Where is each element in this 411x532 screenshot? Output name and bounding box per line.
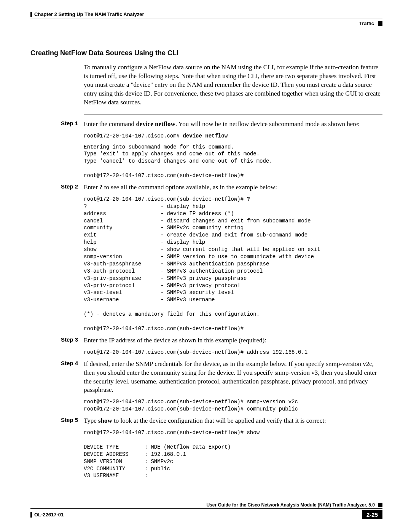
step-text: Enter the IP address of the device as sh… <box>84 336 382 345</box>
intro-paragraph: To manually configure a NetFlow data sou… <box>84 63 382 107</box>
page-number: 2-25 <box>362 510 382 519</box>
section-label: Traffic <box>359 21 374 26</box>
step-text-b: to see all the command options available… <box>103 184 277 191</box>
step-2: Step 2 Enter ? to see all the command op… <box>30 183 382 192</box>
step-separator <box>84 114 382 115</box>
step-text: Type show to look at the device configur… <box>84 417 382 425</box>
command-name: show <box>98 417 112 424</box>
cli-output: root@172-20-104-107.cisco.com(sub-device… <box>84 349 382 356</box>
command-name: device netflow <box>136 120 175 128</box>
cli-output: Entering into subcommand mode for this c… <box>84 144 382 179</box>
step-label: Step 2 <box>30 183 84 192</box>
footer-rule-icon <box>30 512 32 518</box>
step-label: Step 4 <box>30 360 84 395</box>
step-text-b: to look at the device configuration that… <box>112 417 326 424</box>
step-4: Step 4 If desired, enter the SNMP creden… <box>30 360 382 395</box>
step-text-a: Type <box>84 417 98 424</box>
header-rule-icon <box>30 12 32 17</box>
step-text: Enter ? to see all the command options a… <box>84 183 382 192</box>
cli-body: ? - display help address - device IP add… <box>84 203 320 332</box>
cli-command: ? <box>247 196 250 202</box>
command-name: ? <box>99 184 103 191</box>
footer-doc-id: OL-22617-01 <box>30 512 64 518</box>
step-text-a: Enter the command <box>84 120 136 128</box>
step-5: Step 5 Type show to look at the device c… <box>30 417 382 425</box>
step-text-a: Enter <box>84 184 99 191</box>
page: Chapter 2 Setting Up The NAM Traffic Ana… <box>0 0 411 532</box>
header-divider <box>30 19 382 19</box>
running-header: Chapter 2 Setting Up The NAM Traffic Ana… <box>30 11 382 17</box>
footer-square-icon <box>378 503 382 507</box>
footer-guide-row: User Guide for the Cisco Network Analysi… <box>30 502 382 508</box>
cli-prompt: root@172-20-104-107.cisco.com# <box>84 133 183 139</box>
footer-guide-title: User Guide for the Cisco Network Analysi… <box>206 502 375 508</box>
cli-output: root@172-20-104-107.cisco.com(sub-device… <box>84 429 382 479</box>
chapter-label: Chapter 2 Setting Up The NAM Traffic Ana… <box>34 11 144 17</box>
cli-command: device netflow <box>183 133 228 139</box>
step-3: Step 3 Enter the IP address of the devic… <box>30 336 382 345</box>
step-text: If desired, enter the SNMP credentials f… <box>84 360 382 395</box>
step-text-b: . You will now be in netflow device subc… <box>175 120 360 128</box>
doc-id-text: OL-22617-01 <box>34 512 64 518</box>
cli-output: root@172-20-104-107.cisco.com# device ne… <box>84 133 382 140</box>
footer-bottom: OL-22617-01 2-25 <box>30 510 382 519</box>
cli-output: root@172-20-104-107.cisco.com(sub-device… <box>84 398 382 413</box>
step-label: Step 5 <box>30 417 84 425</box>
section-square-icon <box>378 21 382 26</box>
cli-prompt: root@172-20-104-107.cisco.com(sub-device… <box>84 196 247 202</box>
step-label: Step 1 <box>30 120 84 129</box>
step-text: Enter the command device netflow. You wi… <box>84 120 382 129</box>
step-1: Step 1 Enter the command device netflow.… <box>30 120 382 129</box>
cli-output: root@172-20-104-107.cisco.com(sub-device… <box>84 196 382 332</box>
step-label: Step 3 <box>30 336 84 345</box>
footer-divider <box>30 508 382 509</box>
footer: User Guide for the Cisco Network Analysi… <box>30 502 382 519</box>
subheader: Traffic <box>30 21 382 26</box>
section-title: Creating NetFlow Data Sources Using the … <box>30 49 382 57</box>
